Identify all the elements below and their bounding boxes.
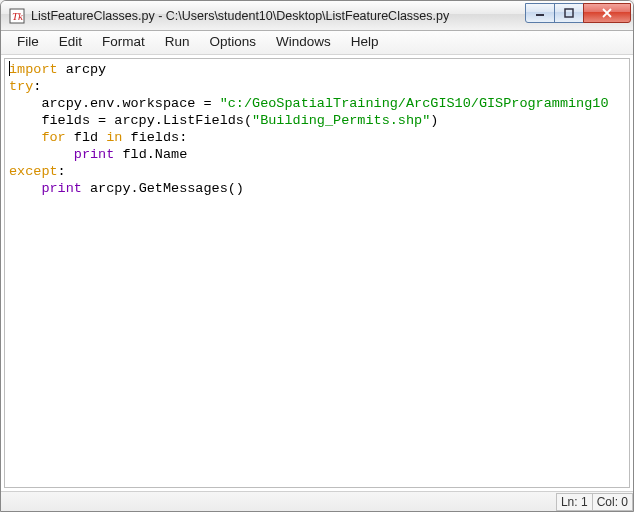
menu-file[interactable]: File <box>7 31 49 54</box>
app-window: Tk ListFeatureClasses.py - C:\Users\stud… <box>0 0 634 512</box>
maximize-button[interactable] <box>554 3 584 23</box>
window-controls <box>526 3 631 23</box>
menubar: File Edit Format Run Options Windows Hel… <box>1 31 633 55</box>
svg-text:Tk: Tk <box>12 10 24 22</box>
menu-edit[interactable]: Edit <box>49 31 92 54</box>
svg-rect-3 <box>536 14 544 16</box>
menu-windows[interactable]: Windows <box>266 31 341 54</box>
menu-help[interactable]: Help <box>341 31 389 54</box>
status-line: Ln: 1 <box>556 493 593 511</box>
code-editor[interactable]: import arcpy try: arcpy.env.workspace = … <box>5 59 629 487</box>
svg-rect-4 <box>565 9 573 17</box>
window-title: ListFeatureClasses.py - C:\Users\student… <box>31 9 526 23</box>
menu-run[interactable]: Run <box>155 31 200 54</box>
close-button[interactable] <box>583 3 631 23</box>
statusbar: Ln: 1 Col: 0 <box>1 491 633 511</box>
app-icon: Tk <box>9 8 25 24</box>
menu-options[interactable]: Options <box>200 31 267 54</box>
text-caret <box>9 61 10 76</box>
menu-format[interactable]: Format <box>92 31 155 54</box>
editor-frame: import arcpy try: arcpy.env.workspace = … <box>4 58 630 488</box>
status-col: Col: 0 <box>592 493 633 511</box>
titlebar: Tk ListFeatureClasses.py - C:\Users\stud… <box>1 1 633 31</box>
minimize-button[interactable] <box>525 3 555 23</box>
